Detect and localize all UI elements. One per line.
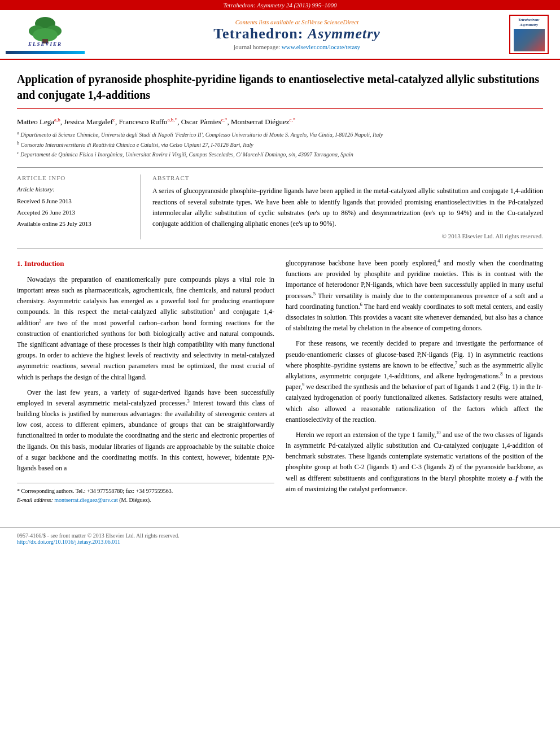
elsevier-color-bar xyxy=(6,51,85,54)
page-footer: 0957-4166/$ - see front matter © 2013 El… xyxy=(0,527,560,549)
affiliation-c: c Departament de Química Física i Inorgà… xyxy=(17,150,543,159)
body-text-area: 1. Introduction Nowadays the preparation… xyxy=(17,258,543,505)
received-date: Received 6 June 2013 xyxy=(17,196,132,207)
homepage-link[interactable]: www.elsevier.com/locate/tetasy xyxy=(282,43,360,50)
main-content: Application of pyranoside phosphite-pyri… xyxy=(0,60,560,516)
footer-doi[interactable]: http://dx.doi.org/10.1016/j.tetasy.2013.… xyxy=(17,539,543,545)
introduction-heading: 1. Introduction xyxy=(17,258,274,270)
right-logo-graphic xyxy=(514,29,545,51)
elsevier-wordmark: ELSEVIER xyxy=(17,15,73,50)
available-date: Available online 25 July 2013 xyxy=(17,219,132,230)
abstract-header: Abstract xyxy=(152,174,543,181)
body-para-4: For these reasons, we recently decided t… xyxy=(286,338,543,425)
tetrahedron-logo-box: Tetrahedron:Asymmetry xyxy=(509,15,549,54)
author-2: Jessica Margalefc xyxy=(64,117,115,126)
body-para-3: glucopyranose backbone have been poorly … xyxy=(286,258,543,334)
footnote-area: * Corresponding authors. Tel.: +34 97755… xyxy=(17,483,274,505)
article-info-abstract-section: Article Info Article history: Received 6… xyxy=(17,167,543,239)
body-right-column: glucopyranose backbone have been poorly … xyxy=(286,258,543,505)
author-5: Montserrat Diéguezc,* xyxy=(231,117,295,126)
body-para-5: Herein we report an extension of the typ… xyxy=(286,430,543,495)
journal-homepage: journal homepage: www.elsevier.com/locat… xyxy=(85,43,509,50)
article-title: Application of pyranoside phosphite-pyri… xyxy=(17,71,543,109)
footer-copyright: 0957-4166/$ - see front matter © 2013 El… xyxy=(17,532,543,539)
section-divider xyxy=(17,248,543,249)
doi-link[interactable]: http://dx.doi.org/10.1016/j.tetasy.2013.… xyxy=(17,539,120,545)
footnote-email: E-mail address: montserrat.dieguez@urv.c… xyxy=(17,496,274,505)
body-left-column: 1. Introduction Nowadays the preparation… xyxy=(17,258,274,505)
author-3: Francesco Ruffoa,b,* xyxy=(119,117,178,126)
affiliation-a: a Dipartimento di Scienze Chimiche, Univ… xyxy=(17,130,543,139)
affiliation-b: b Consorzio Interuniversitario di Reatti… xyxy=(17,140,543,150)
body-para-1: Nowadays the preparation of enantiomeric… xyxy=(17,274,274,383)
abstract-text: A series of glucopyranoside phosphite–py… xyxy=(152,186,543,229)
body-para-2: Over the last few years, a variety of su… xyxy=(17,387,274,474)
authors-line: Matteo Legaa,b, Jessica Margalefc, Franc… xyxy=(17,117,543,126)
abstract-column: Abstract A series of glucopyranoside pho… xyxy=(152,174,543,239)
article-history-label: Article history: xyxy=(17,186,132,193)
affiliations: a Dipartimento di Scienze Chimiche, Univ… xyxy=(17,130,543,159)
journal-title: Tetrahedron: Asymmetry xyxy=(85,25,509,42)
citation-text: Tetrahedron: Asymmetry 24 (2013) 995–100… xyxy=(223,2,336,8)
accepted-date: Accepted 26 June 2013 xyxy=(17,207,132,219)
journal-citation-bar: Tetrahedron: Asymmetry 24 (2013) 995–100… xyxy=(0,0,560,10)
elsevier-logo-area: ELSEVIER xyxy=(6,15,85,54)
sciverse-name: SciVerse ScienceDirect xyxy=(301,19,358,25)
author-4: Oscar Pàmiesc,* xyxy=(181,117,228,126)
right-logo-area: Tetrahedron:Asymmetry xyxy=(509,15,554,54)
journal-header: ELSEVIER Contents lists available at Sci… xyxy=(0,10,560,60)
right-logo-title: Tetrahedron:Asymmetry xyxy=(518,18,540,27)
article-info-column: Article Info Article history: Received 6… xyxy=(17,174,141,239)
article-info-header: Article Info xyxy=(17,174,132,181)
journal-title-area: Contents lists available at SciVerse Sci… xyxy=(85,19,509,50)
author-1: Matteo Legaa,b xyxy=(17,117,60,126)
footnote-corresponding: * Corresponding authors. Tel.: +34 97755… xyxy=(17,487,274,496)
sciverse-link: Contents lists available at SciVerse Sci… xyxy=(85,19,509,25)
svg-text:ELSEVIER: ELSEVIER xyxy=(28,41,62,46)
copyright-notice: © 2013 Elsevier Ltd. All rights reserved… xyxy=(152,233,543,239)
